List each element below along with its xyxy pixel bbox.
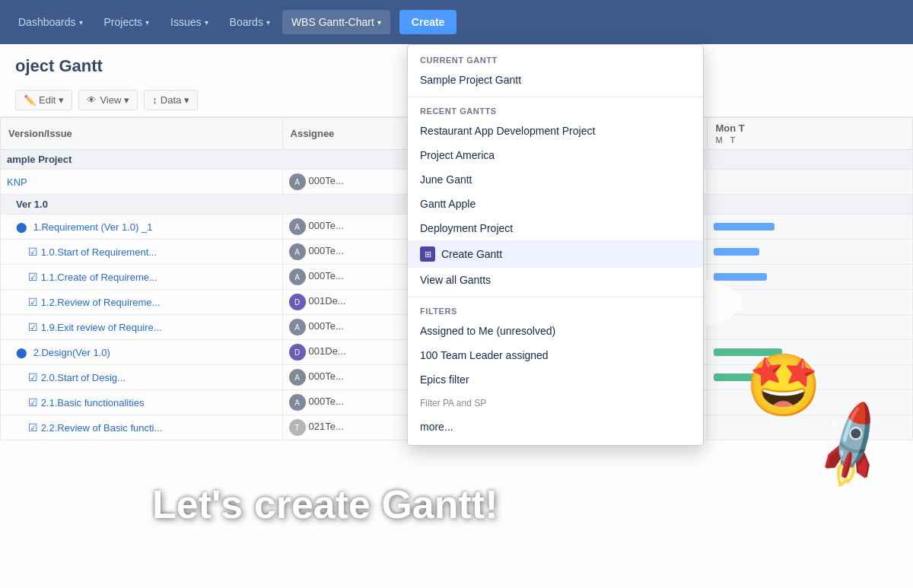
filter-item-label: Filter PA and SP xyxy=(420,398,486,408)
filter-item-label: Assigned to Me (unresolved) xyxy=(420,325,555,337)
checkbox-icon[interactable]: ☑ xyxy=(28,396,38,408)
view-button[interactable]: 👁 View ▾ xyxy=(78,90,138,110)
filter-item-label: 100 Team Leader assigned xyxy=(420,349,549,361)
create-gantt-label: Create Gantt xyxy=(441,248,502,260)
row-version: ☑ 2.0.Start of Desig... xyxy=(1,365,283,390)
chevron-down-icon: ▾ xyxy=(79,18,83,27)
filter-more-label: more... xyxy=(420,421,453,433)
checkbox-icon[interactable]: ☑ xyxy=(28,246,38,258)
row-version: ☑ 2.1.Basic functionalities xyxy=(1,390,283,415)
gantt-cell xyxy=(708,240,913,265)
chevron-down-icon: ▾ xyxy=(184,94,189,106)
row-version: ⬤ 2.Design(Ver 1.0) xyxy=(1,340,283,365)
filter-item-label: Epics filter xyxy=(420,373,469,386)
col-header-version: Version/Issue xyxy=(1,118,283,150)
gantt-cell xyxy=(708,265,913,290)
dropdown-filter-more[interactable]: more... xyxy=(408,415,703,439)
col-header-gantt: Mon T MT xyxy=(708,118,913,150)
dropdown-filter-team-leader[interactable]: 100 Team Leader assigned xyxy=(408,343,703,367)
filters-section-label: FILTERS xyxy=(408,302,703,319)
gantt-cell xyxy=(708,215,913,240)
recent-item-label: June Gantt xyxy=(420,173,472,186)
navbar: Dashboards ▾ Projects ▾ Issues ▾ Boards … xyxy=(0,0,913,44)
wbs-gantt-dropdown: CURRENT GANTT Sample Project Gantt RECEN… xyxy=(407,44,704,446)
circle-icon: ⬤ xyxy=(16,221,27,233)
row-version: ☑ 2.2.Review of Basic functi... xyxy=(1,415,283,440)
row-version: ☑ 1.1.Create of Requireme... xyxy=(1,265,283,290)
gantt-cell xyxy=(708,415,913,440)
recent-item-label: Project America xyxy=(420,149,495,161)
dropdown-item-june-gantt[interactable]: June Gantt xyxy=(408,167,703,192)
checkbox-icon[interactable]: ☑ xyxy=(28,421,38,434)
data-button[interactable]: ↕ Data ▾ xyxy=(144,90,198,110)
recent-item-label: Gantt Apple xyxy=(420,198,476,210)
checkbox-icon[interactable]: ☑ xyxy=(28,296,38,308)
pencil-icon: ✏️ xyxy=(24,94,36,106)
recent-gantts-section-label: RECENT GANTTS xyxy=(408,102,703,119)
dropdown-item-restaurant[interactable]: Restaurant App Development Project xyxy=(408,119,703,143)
gantt-cell xyxy=(708,340,913,365)
chevron-down-icon: ▾ xyxy=(266,18,270,27)
gantt-cell xyxy=(708,150,913,170)
circle-icon: ⬤ xyxy=(16,347,27,358)
gantt-cell xyxy=(708,315,913,340)
nav-projects[interactable]: Projects ▾ xyxy=(95,10,159,34)
checkbox-icon[interactable]: ☑ xyxy=(28,271,38,283)
row-version: ☑ 1.9.Exit review of Require... xyxy=(1,315,283,340)
dropdown-item-create-gantt[interactable]: ⊞ Create Gantt xyxy=(408,240,703,268)
row-version: ☑ 1.2.Review of Requireme... xyxy=(1,290,283,315)
edit-button[interactable]: ✏️ Edit ▾ xyxy=(15,90,72,110)
recent-item-label: Deployment Project xyxy=(420,222,513,234)
avatar: A xyxy=(289,173,306,190)
gantt-cell xyxy=(708,195,913,215)
dropdown-divider xyxy=(408,97,703,97)
checkbox-icon[interactable]: ☑ xyxy=(28,371,38,383)
dropdown-item-gantt-apple[interactable]: Gantt Apple xyxy=(408,192,703,216)
current-gantt-section-label: CURRENT GANTT xyxy=(408,51,703,68)
dropdown-filter-epics[interactable]: Epics filter xyxy=(408,367,703,392)
avatar: A xyxy=(289,369,306,386)
nav-boards[interactable]: Boards ▾ xyxy=(221,10,279,34)
gantt-item-label: Sample Project Gantt xyxy=(420,74,521,86)
eye-icon: 👁 xyxy=(87,94,97,106)
gantt-cell xyxy=(708,170,913,195)
chevron-down-icon: ▾ xyxy=(377,18,381,27)
row-version: ⬤ 1.Requirement (Ver 1.0) _1 xyxy=(1,215,283,240)
nav-wbs-gantt[interactable]: WBS Gantt-Chart ▾ xyxy=(282,10,390,34)
sort-icon: ↕ xyxy=(152,94,157,106)
chevron-down-icon: ▾ xyxy=(124,94,129,106)
avatar: D xyxy=(289,294,306,310)
checkbox-icon[interactable]: ☑ xyxy=(28,321,38,333)
create-gantt-icon: ⊞ xyxy=(420,246,435,262)
dropdown-filter-assigned[interactable]: Assigned to Me (unresolved) xyxy=(408,319,703,343)
avatar: A xyxy=(289,243,306,260)
nav-dashboards[interactable]: Dashboards ▾ xyxy=(9,10,92,34)
gantt-cell xyxy=(708,390,913,415)
chevron-down-icon: ▾ xyxy=(205,18,208,27)
dropdown-divider xyxy=(408,297,703,297)
dropdown-item-sample-project-gantt[interactable]: Sample Project Gantt xyxy=(408,68,703,92)
dropdown-item-deployment[interactable]: Deployment Project xyxy=(408,216,703,240)
create-button[interactable]: Create xyxy=(399,10,457,34)
dropdown-item-project-america[interactable]: Project America xyxy=(408,143,703,167)
chevron-down-icon: ▾ xyxy=(145,18,149,27)
avatar: A xyxy=(289,269,306,285)
dropdown-item-view-all[interactable]: View all Gantts xyxy=(408,268,703,292)
row-version: ☑ 1.0.Start of Requirement... xyxy=(1,240,283,265)
row-version: KNP xyxy=(1,170,283,195)
avatar: A xyxy=(289,394,306,411)
gantt-cell xyxy=(708,290,913,315)
recent-item-label: Restaurant App Development Project xyxy=(420,125,595,137)
gantt-cell xyxy=(708,365,913,390)
view-all-label: View all Gantts xyxy=(420,274,491,286)
avatar: A xyxy=(289,319,306,335)
nav-issues[interactable]: Issues ▾ xyxy=(161,10,217,34)
avatar: A xyxy=(289,218,306,235)
avatar: T xyxy=(289,419,306,436)
chevron-down-icon: ▾ xyxy=(59,94,64,106)
dropdown-filter-pa-sp[interactable]: Filter PA and SP xyxy=(408,392,703,415)
avatar: D xyxy=(289,344,306,361)
